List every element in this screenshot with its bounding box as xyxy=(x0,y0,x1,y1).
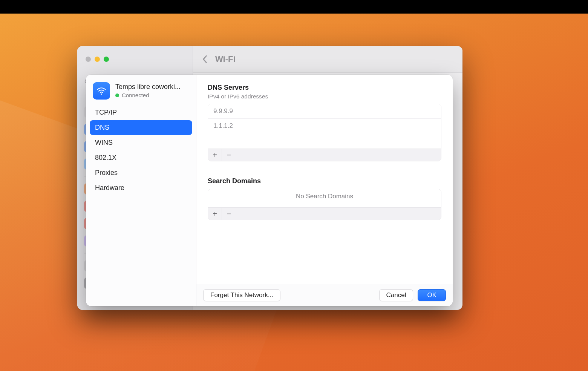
sheet-footer: Forget This Network... Cancel OK xyxy=(196,284,453,306)
dns-servers-subtitle: IPv4 or IPv6 addresses xyxy=(208,93,441,100)
tab-dns[interactable]: DNS xyxy=(90,120,192,135)
search-domain-add-button[interactable]: + xyxy=(208,208,222,220)
status-dot-icon xyxy=(115,94,119,97)
zoom-window-icon[interactable] xyxy=(104,57,109,62)
sheet-sidebar: Temps libre coworki... Connected TCP/IP … xyxy=(86,75,196,306)
network-header: Temps libre coworki... Connected xyxy=(86,81,196,105)
network-status-text: Connected xyxy=(122,92,149,99)
close-window-icon[interactable] xyxy=(86,57,91,62)
search-domain-remove-button[interactable]: − xyxy=(222,208,236,220)
dns-servers-section: DNS Servers IPv4 or IPv6 addresses 9.9.9… xyxy=(208,84,441,161)
tab-proxies[interactable]: Proxies xyxy=(90,166,192,180)
network-status: Connected xyxy=(115,92,181,99)
svg-point-2 xyxy=(101,94,102,95)
settings-header: Wi-Fi xyxy=(193,46,236,72)
sheet-content: DNS Servers IPv4 or IPv6 addresses 9.9.9… xyxy=(196,75,453,284)
minimize-window-icon[interactable] xyxy=(95,57,100,62)
search-domains-empty: No Search Domains xyxy=(208,189,441,204)
dns-server-row[interactable]: 1.1.1.2 xyxy=(208,119,441,133)
ok-button[interactable]: OK xyxy=(418,289,446,301)
desktop-background: Wi-Fi Temps libre coworki... xyxy=(0,14,588,371)
dns-remove-button[interactable]: − xyxy=(222,149,236,161)
traffic-lights[interactable] xyxy=(86,57,109,62)
tab-hardware[interactable]: Hardware xyxy=(90,181,192,195)
dns-servers-title: DNS Servers xyxy=(208,84,441,92)
network-name: Temps libre coworki... xyxy=(115,83,181,91)
dns-add-button[interactable]: + xyxy=(208,149,222,161)
tab-wins[interactable]: WINS xyxy=(90,135,192,150)
tab-8021x[interactable]: 802.1X xyxy=(90,150,192,165)
forget-network-button[interactable]: Forget This Network... xyxy=(203,289,280,301)
tab-tcpip[interactable]: TCP/IP xyxy=(90,105,192,120)
sheet-tabs: TCP/IP DNS WINS 802.1X Proxies Hardware xyxy=(86,105,196,195)
dns-servers-list[interactable]: 9.9.9.9 1.1.1.2 + − xyxy=(208,104,441,161)
cancel-button[interactable]: Cancel xyxy=(379,289,413,301)
search-domains-title: Search Domains xyxy=(208,177,441,185)
sheet-main: DNS Servers IPv4 or IPv6 addresses 9.9.9… xyxy=(196,75,453,306)
search-domains-list[interactable]: No Search Domains + − xyxy=(208,189,441,220)
back-button[interactable] xyxy=(200,55,210,63)
settings-title: Wi-Fi xyxy=(215,54,236,64)
dns-server-row[interactable]: 9.9.9.9 xyxy=(208,104,441,119)
search-domains-section: Search Domains No Search Domains + − xyxy=(208,177,441,220)
wifi-icon xyxy=(93,82,110,100)
wifi-details-sheet: Temps libre coworki... Connected TCP/IP … xyxy=(86,75,453,306)
